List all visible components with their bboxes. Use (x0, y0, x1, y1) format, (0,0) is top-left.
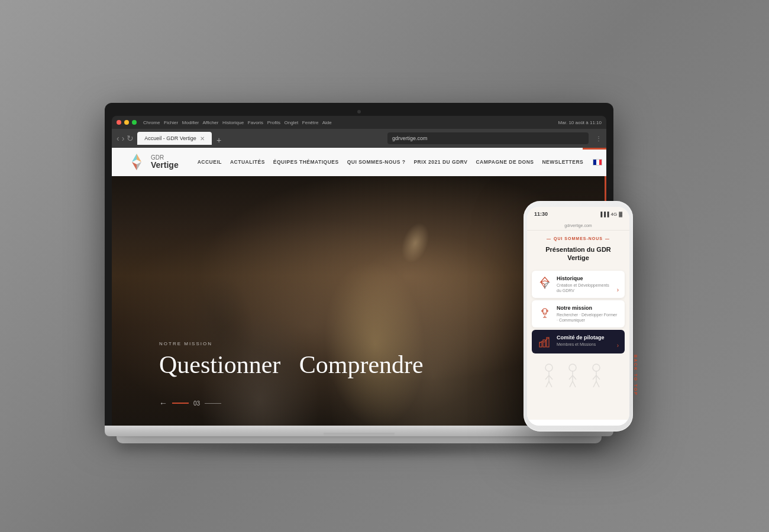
network-type: 4G (610, 212, 617, 217)
french-flag[interactable] (593, 159, 602, 166)
phone-case: 11:30 ▐▐▐ 4G ▓ gdrvertige.com QUI SOMMES… (524, 201, 633, 432)
nav-right: 🇬🇧 👤 Invité ⋮ (593, 159, 606, 166)
comite-arrow[interactable]: › (617, 342, 619, 349)
scene: Chrome Fichier Modifier Afficher Histori… (118, 53, 651, 479)
hero-title-line1: Questionner (159, 351, 280, 378)
svg-marker-0 (132, 154, 137, 162)
mission-desc: Rechercher · Développer Former · Communi… (557, 312, 619, 323)
nav-item-newsletters[interactable]: NEWSLETTERS (542, 159, 583, 165)
svg-line-24 (573, 375, 576, 379)
nav-item-accueil[interactable]: ACCUEIL (198, 159, 222, 165)
svg-line-29 (593, 375, 596, 379)
laptop-bottom-edge (117, 436, 602, 443)
historique-desc: Création et Développements du GDRV (557, 283, 612, 293)
address-bar[interactable]: gdrvertige.com (387, 132, 589, 144)
svg-marker-2 (132, 162, 137, 170)
svg-marker-6 (545, 282, 549, 288)
nav-items: ACCUEIL ACTUALITÉS ÉQUIPES THÉMATIQUES Q… (198, 159, 584, 165)
svg-marker-3 (137, 162, 141, 170)
mission-text: Notre mission Rechercher · Développer Fo… (557, 305, 619, 323)
comite-desc: Membres et Missions (557, 342, 605, 347)
battery-icon: ▓ (619, 212, 622, 217)
svg-point-21 (569, 364, 576, 371)
new-tab-button[interactable]: + (217, 135, 221, 145)
logo-icon (126, 151, 147, 173)
historique-arrow[interactable]: › (617, 287, 619, 293)
back-button[interactable]: ‹ (117, 134, 119, 143)
svg-line-26 (573, 381, 576, 387)
svg-line-31 (593, 381, 596, 387)
tab-close-button[interactable]: ✕ (200, 135, 205, 142)
svg-marker-1 (137, 154, 141, 162)
phone-status-icons: ▐▐▐ 4G ▓ (599, 212, 622, 217)
hero-label: NOTRE MISSION (159, 341, 424, 346)
website-nav: GDR Vertige ACCUEIL ACTUALITÉS ÉQUIPES T… (112, 148, 606, 176)
svg-point-15 (545, 364, 552, 371)
svg-line-17 (545, 375, 549, 379)
svg-marker-5 (541, 282, 545, 288)
historique-text: Historique Création et Développements du… (557, 275, 612, 293)
phone-time: 11:30 (534, 211, 548, 217)
hero-inactive-line (205, 403, 221, 404)
menu-chrome: Chrome Fichier Modifier Afficher Histori… (143, 120, 332, 125)
hero-progress-line (172, 403, 189, 404)
phone: 11:30 ▐▐▐ 4G ▓ gdrvertige.com QUI SOMMES… (524, 201, 633, 432)
comite-title: Comité de pilotage (557, 335, 605, 340)
traffic-light-yellow[interactable] (124, 120, 129, 125)
menu-time: Mar. 10 août à 11:10 (558, 120, 602, 125)
logo-bottom: Vertige (151, 161, 179, 170)
comite-icon (538, 335, 552, 349)
phone-card-comite[interactable]: Comité de pilotage Membres et Missions › (532, 330, 625, 353)
tab-title: Accueil - GDR Vertige (144, 135, 196, 141)
phone-card-mission[interactable]: Notre mission Rechercher · Développer Fo… (532, 300, 625, 327)
laptop-topbar: Chrome Fichier Modifier Afficher Histori… (112, 116, 606, 129)
url-text: gdrvertige.com (392, 135, 428, 141)
hero-nav: ← 03 (159, 398, 221, 408)
svg-line-20 (549, 381, 552, 387)
svg-marker-4 (541, 277, 549, 282)
phone-url: gdrvertige.com (564, 223, 592, 228)
phone-address-bar[interactable]: gdrvertige.com (527, 221, 629, 231)
hero-counter: 03 (193, 400, 200, 407)
historique-title: Historique (557, 275, 612, 281)
nav-item-actualites[interactable]: ACTUALITÉS (230, 159, 265, 165)
laptop-shadow (157, 443, 571, 455)
svg-line-32 (596, 381, 599, 387)
logo-area[interactable]: GDR Vertige (126, 151, 179, 173)
nav-item-prix[interactable]: PRIX 2021 DU GDRV (413, 159, 467, 165)
svg-line-18 (549, 375, 552, 379)
nav-item-qui[interactable]: QUI SOMMES-NOUS ? (347, 159, 406, 165)
svg-point-27 (593, 364, 600, 371)
traffic-light-red[interactable] (117, 120, 121, 125)
nav-item-campagne[interactable]: CAMPAGNE DE DONS (476, 159, 534, 165)
forward-button[interactable]: › (122, 134, 125, 143)
laptop-camera (357, 110, 361, 113)
traffic-light-green[interactable] (132, 120, 137, 125)
nav-item-equipes[interactable]: ÉQUIPES THÉMATIQUES (273, 159, 339, 165)
svg-line-23 (569, 375, 573, 379)
signal-icon: ▐▐▐ (599, 212, 609, 217)
hero-title: Questionner Comprendre (159, 351, 424, 378)
mission-icon (538, 305, 552, 319)
svg-line-25 (570, 381, 573, 387)
historique-icon (538, 275, 552, 290)
svg-line-19 (546, 381, 549, 387)
phone-card-historique[interactable]: Historique Création et Développements du… (532, 271, 625, 298)
back-to-top[interactable]: BACK TO TOP (634, 355, 638, 396)
hero-prev-arrow[interactable]: ← (159, 398, 167, 408)
phone-bottom-illustration (527, 356, 629, 395)
browser-tab[interactable]: Accueil - GDR Vertige ✕ (137, 132, 212, 145)
phone-screen: 11:30 ▐▐▐ 4G ▓ gdrvertige.com QUI SOMMES… (527, 207, 629, 426)
nav-buttons: ‹ › ↻ (117, 134, 134, 143)
phone-page-title: Présentation du GDR Vertige (527, 243, 629, 268)
laptop-hinge (324, 433, 395, 436)
logo-text: GDR Vertige (151, 154, 179, 170)
mission-title: Notre mission (557, 305, 619, 311)
hero-title-line2: Comprendre (299, 351, 424, 378)
comite-text: Comité de pilotage Membres et Missions (557, 335, 605, 347)
browser-menu-icon[interactable]: ⋮ (596, 135, 602, 142)
refresh-button[interactable]: ↻ (127, 134, 134, 143)
hero-content: NOTRE MISSION Questionner Comprendre (159, 341, 424, 378)
phone-section-label: QUI SOMMES-NOUS (527, 231, 629, 243)
phone-content: QUI SOMMES-NOUS Présentation du GDR Vert… (527, 231, 629, 420)
